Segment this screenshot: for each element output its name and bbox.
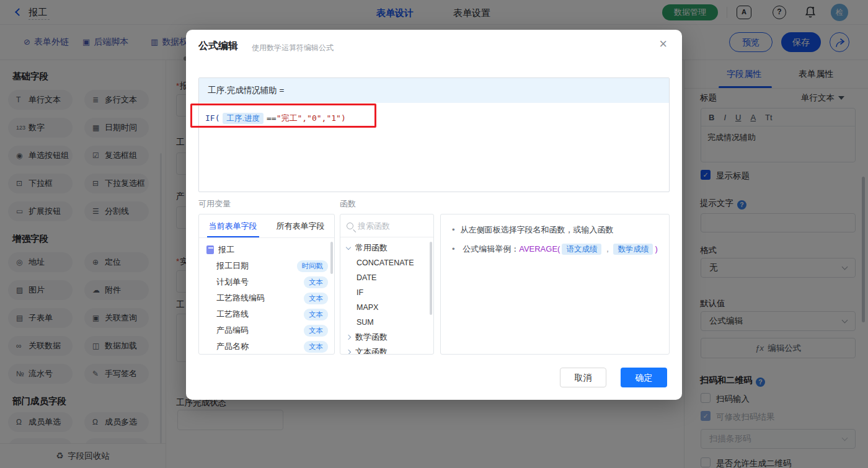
help-line-1: 从左侧面板选择字段名和函数，或输入函数 (452, 224, 658, 236)
annotation-red-box (190, 104, 376, 128)
variables-panel: 当前表单字段 所有表单字段 报工 报工日期时间戳 计划单号文本 工艺路线编码文本… (198, 214, 335, 355)
function-item[interactable]: CONCATENATE (340, 255, 433, 270)
function-item[interactable]: DATE (340, 270, 433, 285)
function-search-input[interactable] (358, 221, 420, 231)
dialog-subtitle: 使用数学运算符编辑公式 (252, 43, 334, 53)
function-item[interactable]: IF (340, 285, 433, 300)
variable-type-badge: 时间戳 (297, 260, 329, 272)
chevron-right-icon (346, 350, 351, 355)
variable-type-badge: 文本 (304, 341, 328, 353)
functions-scrollbar[interactable] (430, 242, 432, 315)
function-group-math[interactable]: 数学函数 (340, 330, 433, 345)
variable-item[interactable]: 产品编码文本 (199, 322, 334, 338)
formula-editor-dialog: 公式编辑 使用数学运算符编辑公式 × 工序.完成情况辅助 = IF(工序.进度=… (186, 30, 682, 400)
variable-item[interactable]: 工艺路线文本 (199, 306, 334, 322)
variables-tabs: 当前表单字段 所有表单字段 (199, 214, 334, 238)
function-search[interactable] (340, 214, 433, 237)
chevron-right-icon (346, 335, 351, 340)
variable-item[interactable]: 产品名称文本 (199, 338, 334, 355)
formula-target: 工序.完成情况辅助 = (199, 78, 669, 103)
dialog-title: 公式编辑 (198, 40, 238, 53)
variable-item[interactable]: 报工日期时间戳 (199, 258, 334, 274)
function-group-common[interactable]: 常用函数 (340, 241, 433, 255)
tab-current-form-fields[interactable]: 当前表单字段 (199, 214, 267, 237)
variables-active-tab-underline (207, 236, 259, 237)
variables-scrollbar[interactable] (330, 242, 333, 274)
variable-type-badge: 文本 (304, 309, 328, 320)
search-icon (347, 223, 353, 229)
close-icon[interactable]: × (659, 37, 667, 51)
form-doc-icon (206, 245, 214, 254)
cancel-button[interactable]: 取消 (560, 368, 606, 387)
function-item[interactable]: SUM (340, 315, 433, 330)
variable-tree-root[interactable]: 报工 (199, 242, 334, 258)
variable-item[interactable]: 计划单号文本 (199, 274, 334, 290)
chevron-down-icon (346, 244, 351, 249)
example-chip: 语文成绩 (562, 244, 601, 255)
app-window: 报工 表单设计 表单设置 数据管理 A ? 检 ⊘表单外链 ▣后端脚本 ▥数据权… (0, 0, 868, 468)
formula-help-panel: 从左侧面板选择字段名和函数，或输入函数 公式编辑举例：AVERAGE(语文成绩，… (440, 214, 670, 355)
formula-editor[interactable]: 工序.完成情况辅助 = IF(工序.进度=="完工","0","1") (198, 77, 670, 192)
functions-label: 函数 (340, 198, 356, 210)
function-item[interactable]: MAPX (340, 300, 433, 315)
tab-all-form-fields[interactable]: 所有表单字段 (267, 214, 334, 237)
variables-label: 可用变量 (198, 198, 231, 210)
confirm-button[interactable]: 确定 (621, 368, 667, 387)
functions-panel: 常用函数 CONCATENATE DATE IF MAPX SUM 数学函数 文… (340, 214, 434, 355)
variable-type-badge: 文本 (304, 293, 328, 304)
example-function: AVERAGE( (519, 244, 560, 254)
function-group-text[interactable]: 文本函数 (340, 345, 433, 355)
variable-type-badge: 文本 (304, 325, 328, 337)
variable-root-label: 报工 (218, 244, 328, 255)
help-line-2: 公式编辑举例：AVERAGE(语文成绩，数学成绩) (452, 244, 658, 255)
example-chip: 数学成绩 (613, 244, 653, 255)
variable-type-badge: 文本 (304, 276, 328, 288)
variable-item[interactable]: 工艺路线编码文本 (199, 290, 334, 306)
